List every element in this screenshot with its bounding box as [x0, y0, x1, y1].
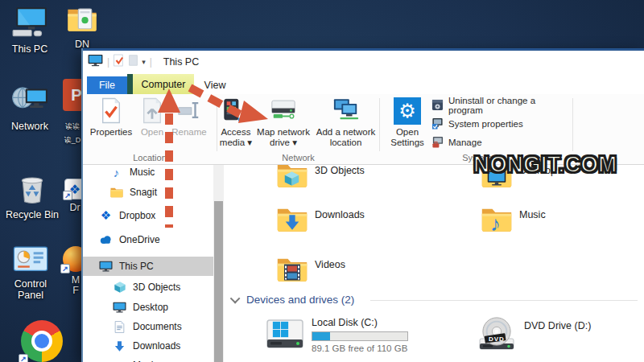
desktop-icon-control-panel[interactable]: Control Panel	[5, 246, 56, 301]
tab-file[interactable]: File	[87, 76, 127, 94]
hard-drive-icon	[266, 317, 304, 357]
drive-name: DVD Drive (D:)	[524, 320, 591, 331]
shortcut-arrow-icon: ↗	[63, 191, 72, 200]
svg-text:♪: ♪	[490, 212, 501, 236]
sidebar-item-this-pc[interactable]: This PC	[83, 257, 213, 276]
map-network-drive-icon	[270, 97, 297, 127]
sidebar-item-onedrive[interactable]: OneDrive	[83, 230, 213, 249]
sidebar-item-music-2[interactable]: ♪ Music	[83, 356, 213, 362]
folder-icon	[109, 186, 123, 200]
folder-icon	[66, 5, 98, 36]
desktop-icon-recycle-bin[interactable]: Recycle Bin	[0, 174, 64, 220]
ribbon-group-network: Access media ▾ Map network drive ▾	[217, 94, 379, 164]
folder-tile-music[interactable]: ♪ Music	[481, 201, 546, 239]
disk-usage-bar-fill	[312, 332, 330, 340]
window-title: This PC	[163, 56, 199, 68]
svg-text:DVD: DVD	[489, 335, 505, 343]
dropbox-icon: ❖	[99, 209, 113, 223]
rename-icon	[177, 97, 201, 127]
new-item-quick-icon[interactable]	[129, 55, 138, 68]
folder-tile-3d-objects[interactable]: 3D Objects	[276, 165, 365, 195]
desktop-icon-chrome[interactable]: ↗	[21, 320, 63, 362]
settings-gear-icon: ⚙	[394, 97, 421, 127]
cube-icon	[113, 281, 126, 294]
control-panel-icon	[13, 246, 48, 276]
dvd-drive-item[interactable]: DVD DVD Drive (D:)	[477, 317, 591, 357]
properties-quick-icon[interactable]	[114, 54, 125, 69]
explorer-window: | ▾ | This PC File Computer View	[81, 48, 644, 362]
this-pc-icon	[88, 54, 103, 69]
tab-computer[interactable]: Computer	[133, 74, 194, 94]
local-disk-item[interactable]: Local Disk (C:) 89.1 GB free of 110 GB	[266, 317, 408, 357]
videos-folder-icon	[276, 251, 308, 289]
open-button[interactable]: Open	[136, 97, 168, 138]
tab-view[interactable]: View	[197, 76, 233, 94]
add-network-location-icon	[332, 97, 360, 127]
chrome-icon: ↗	[21, 320, 63, 362]
sidebar-scrollbar[interactable]	[213, 165, 224, 362]
folder-tile-downloads[interactable]: Downloads	[276, 201, 365, 239]
uninstall-program-button[interactable]: Uninstall or change a program	[431, 99, 572, 112]
sidebar-item-snagit[interactable]: Snagit	[83, 183, 213, 202]
this-pc-icon	[99, 260, 113, 274]
properties-button[interactable]: Properties	[88, 97, 134, 138]
open-icon	[140, 97, 164, 127]
manage-button[interactable]: Manage	[431, 136, 482, 149]
shortcut-arrow-icon: ↗	[60, 264, 70, 274]
3d-objects-folder-icon	[276, 165, 308, 195]
desktop-icon-network[interactable]: Network	[2, 84, 58, 132]
watermark: NONGIT.COM	[473, 150, 634, 178]
downloads-folder-icon	[276, 201, 308, 239]
sidebar-item-3d-objects[interactable]: 3D Objects	[83, 278, 213, 297]
music-folder-icon: ♪	[481, 201, 513, 239]
uninstall-icon	[431, 99, 444, 113]
map-network-drive-button[interactable]: Map network drive ▾	[254, 97, 312, 147]
sidebar-item-desktop[interactable]: Desktop	[83, 298, 213, 317]
title-bar[interactable]: | ▾ | This PC	[83, 51, 644, 72]
dvd-drive-icon: DVD	[477, 317, 517, 357]
ribbon-tabs: File Computer View	[83, 72, 644, 94]
chevron-down-icon[interactable]	[230, 294, 241, 304]
scrollbar-thumb[interactable]	[214, 201, 223, 362]
network-icon	[11, 84, 48, 118]
music-icon: ♪	[109, 166, 123, 179]
devices-section-header[interactable]: Devices and drives (2)	[233, 294, 354, 306]
sidebar-item-documents[interactable]: Documents	[83, 317, 213, 336]
access-media-button[interactable]: Access media ▾	[217, 97, 254, 147]
shortcut-arrow-icon: ↗	[19, 354, 28, 362]
document-icon	[113, 320, 126, 334]
group-title-network: Network	[217, 153, 379, 162]
group-title-location: Location	[83, 153, 217, 162]
desktop-icon-cjk-shortcut[interactable]: 诶诶 诶_D	[61, 121, 84, 146]
drive-name: Local Disk (C:)	[312, 317, 408, 328]
explorer-content: ♪ Music Snagit ❖ Dropbox OneDrive This P…	[83, 165, 644, 362]
sidebar-item-dropbox[interactable]: ❖ Dropbox	[83, 206, 213, 225]
sidebar-item-music[interactable]: ♪ Music	[83, 165, 213, 182]
music-icon: ♪	[113, 359, 126, 362]
access-media-icon	[223, 97, 249, 127]
folder-tile-videos[interactable]: Videos	[276, 251, 345, 289]
this-pc-icon	[11, 6, 48, 41]
system-properties-icon	[431, 117, 444, 131]
open-settings-button[interactable]: ⚙ Open Settings	[385, 97, 430, 147]
system-properties-button[interactable]: System properties	[431, 117, 523, 130]
ribbon-group-location: Properties Open	[83, 94, 217, 164]
download-arrow-icon	[113, 339, 126, 353]
recycle-bin-icon	[19, 174, 46, 207]
disk-usage-bar	[312, 331, 408, 341]
desktop-icon-dn-folder[interactable]: DN	[64, 5, 100, 50]
qat-customize-caret[interactable]: ▾	[142, 58, 146, 66]
highlight-edge	[127, 74, 133, 94]
desktop: { "desktop": { "this_pc": "This PC", "dn…	[0, 0, 644, 362]
sidebar-item-downloads[interactable]: Downloads	[83, 336, 213, 356]
rename-button[interactable]: Rename	[168, 97, 210, 138]
add-network-location-button[interactable]: Add a network location	[312, 97, 379, 147]
desktop-monitor-icon	[113, 301, 126, 315]
manage-icon	[431, 136, 444, 150]
onedrive-cloud-icon	[99, 233, 113, 247]
quick-access-toolbar: | ▾ |	[83, 54, 152, 69]
drive-free-space: 89.1 GB free of 110 GB	[312, 343, 408, 353]
desktop-icon-this-pc[interactable]: This PC	[2, 6, 58, 55]
properties-icon	[99, 97, 123, 127]
